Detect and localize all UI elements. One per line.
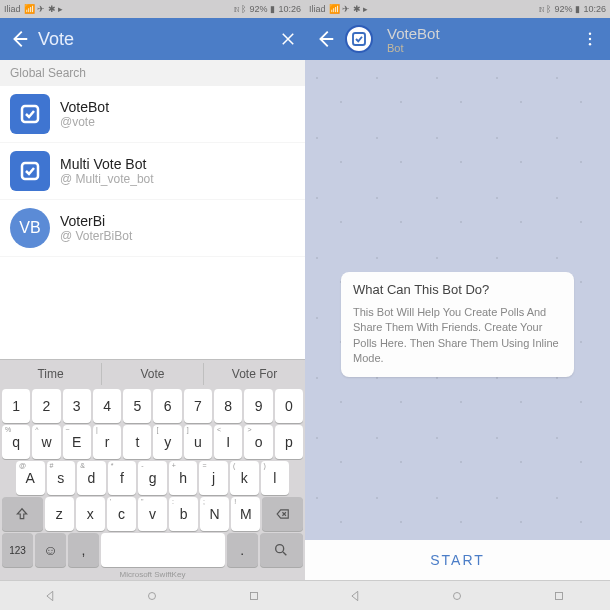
- android-navbar: [305, 580, 610, 610]
- right-screen: Iliad📶 ✈ ✱ ▸ ℕ ᛒ92%▮10:26 VoteBot Bot Wh…: [305, 0, 610, 610]
- status-bar: Iliad📶 ✈ ✱ ▸ ℕ ᛒ92%▮10:26: [305, 0, 610, 18]
- svg-point-7: [589, 38, 591, 40]
- result-avatar: [10, 94, 50, 134]
- key-period[interactable]: .: [227, 533, 258, 567]
- nfc-icon: ℕ ᛒ: [539, 4, 552, 14]
- key-o[interactable]: >o: [244, 425, 272, 459]
- key-l[interactable]: )l: [261, 461, 290, 495]
- clock-label: 10:26: [583, 4, 606, 14]
- svg-point-6: [589, 33, 591, 35]
- svg-point-2: [276, 545, 284, 553]
- result-handle: @vote: [60, 115, 109, 129]
- key-q[interactable]: %q: [2, 425, 30, 459]
- search-results: VoteBot@voteMulti Vote Bot@ Multi_vote_b…: [0, 86, 305, 257]
- key-123[interactable]: 123: [2, 533, 33, 567]
- svg-rect-4: [251, 592, 258, 599]
- key-9[interactable]: 9: [244, 389, 272, 423]
- key-3[interactable]: 3: [63, 389, 91, 423]
- key-v[interactable]: "v: [138, 497, 167, 531]
- search-input[interactable]: [38, 29, 270, 50]
- suggestion-item[interactable]: Vote: [102, 363, 204, 385]
- key-backspace[interactable]: [262, 497, 303, 531]
- carrier-label: Iliad: [4, 4, 21, 14]
- nav-recent-icon[interactable]: [552, 589, 566, 603]
- suggestion-item[interactable]: Time: [0, 363, 102, 385]
- search-result-item[interactable]: VBVoterBi@ VoterBiBot: [0, 200, 305, 257]
- bot-info-bubble: What Can This Bot Do? This Bot Will Help…: [341, 272, 574, 377]
- nav-home-icon[interactable]: [145, 589, 159, 603]
- key-s[interactable]: #s: [47, 461, 76, 495]
- key-b[interactable]: :b: [169, 497, 198, 531]
- key-shift[interactable]: [2, 497, 43, 531]
- key-E[interactable]: ~E: [63, 425, 91, 459]
- key-7[interactable]: 7: [184, 389, 212, 423]
- key-M[interactable]: !M: [231, 497, 260, 531]
- key-y[interactable]: [y: [153, 425, 181, 459]
- carrier-label: Iliad: [309, 4, 326, 14]
- signal-icon: 📶 ✈ ✱ ▸: [329, 4, 369, 14]
- key-2[interactable]: 2: [32, 389, 60, 423]
- key-t[interactable]: t: [123, 425, 151, 459]
- menu-icon[interactable]: [578, 27, 602, 51]
- key-emoji[interactable]: ☺: [35, 533, 66, 567]
- key-1[interactable]: 1: [2, 389, 30, 423]
- search-result-item[interactable]: VoteBot@vote: [0, 86, 305, 143]
- android-navbar: [0, 580, 305, 610]
- key-r[interactable]: |r: [93, 425, 121, 459]
- battery-label: 92%: [249, 4, 267, 14]
- key-I[interactable]: <I: [214, 425, 242, 459]
- back-icon[interactable]: [313, 27, 337, 51]
- nfc-icon: ℕ ᛒ: [234, 4, 247, 14]
- key-comma[interactable]: ,: [68, 533, 99, 567]
- key-search[interactable]: [260, 533, 303, 567]
- key-4[interactable]: 4: [93, 389, 121, 423]
- key-f[interactable]: *f: [108, 461, 137, 495]
- search-result-item[interactable]: Multi Vote Bot@ Multi_vote_bot: [0, 143, 305, 200]
- result-handle: @ Multi_vote_bot: [60, 172, 154, 186]
- chat-area[interactable]: What Can This Bot Do? This Bot Will Help…: [305, 60, 610, 540]
- key-8[interactable]: 8: [214, 389, 242, 423]
- nav-recent-icon[interactable]: [247, 589, 261, 603]
- key-5[interactable]: 5: [123, 389, 151, 423]
- result-name: VoteBot: [60, 99, 109, 115]
- key-p[interactable]: p: [275, 425, 303, 459]
- key-x[interactable]: x: [76, 497, 105, 531]
- key-space[interactable]: [101, 533, 225, 567]
- bubble-body: This Bot Will Help You Create Polls And …: [353, 305, 562, 367]
- chat-title[interactable]: VoteBot: [387, 25, 570, 42]
- status-bar: Iliad📶 ✈ ✱ ▸ ℕ ᛒ92%▮10:26: [0, 0, 305, 18]
- bot-avatar[interactable]: [345, 25, 373, 53]
- keyboard[interactable]: 1234567890 %q^w~E|rt[y]u<I>op @A#s&d*f-g…: [0, 387, 305, 569]
- key-z[interactable]: z: [45, 497, 74, 531]
- key-w[interactable]: ^w: [32, 425, 60, 459]
- chat-subtitle: Bot: [387, 42, 570, 54]
- key-h[interactable]: +h: [169, 461, 198, 495]
- key-6[interactable]: 6: [153, 389, 181, 423]
- start-button[interactable]: START: [305, 540, 610, 580]
- section-header: Global Search: [0, 60, 305, 86]
- result-name: Multi Vote Bot: [60, 156, 154, 172]
- key-j[interactable]: =j: [199, 461, 228, 495]
- clock-label: 10:26: [278, 4, 301, 14]
- key-g[interactable]: -g: [138, 461, 167, 495]
- svg-rect-10: [556, 592, 563, 599]
- key-k[interactable]: (k: [230, 461, 259, 495]
- key-d[interactable]: &d: [77, 461, 106, 495]
- key-u[interactable]: ]u: [184, 425, 212, 459]
- clear-icon[interactable]: [278, 27, 297, 51]
- search-appbar: [0, 18, 305, 60]
- svg-point-8: [589, 43, 591, 45]
- key-A[interactable]: @A: [16, 461, 45, 495]
- result-avatar: [10, 151, 50, 191]
- nav-back-icon[interactable]: [349, 589, 363, 603]
- nav-back-icon[interactable]: [44, 589, 58, 603]
- keyboard-branding: Microsoft SwiftKey: [0, 569, 305, 580]
- suggestion-item[interactable]: Vote For: [204, 363, 305, 385]
- key-N[interactable]: ;N: [200, 497, 229, 531]
- key-0[interactable]: 0: [275, 389, 303, 423]
- svg-point-3: [149, 592, 156, 599]
- svg-point-9: [454, 592, 461, 599]
- key-c[interactable]: 'c: [107, 497, 136, 531]
- back-icon[interactable]: [8, 27, 30, 51]
- nav-home-icon[interactable]: [450, 589, 464, 603]
